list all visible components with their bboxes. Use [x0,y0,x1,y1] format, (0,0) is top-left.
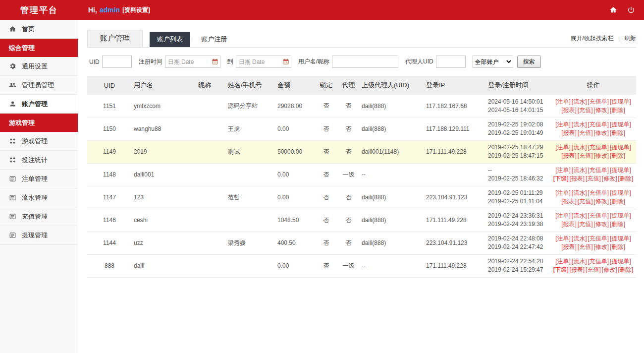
op-link[interactable]: [删除] [610,152,625,159]
sidebar-item-7[interactable]: 投注统计 [0,151,78,170]
op-link[interactable]: [报表] [569,175,585,182]
layout: 首页综合管理通用设置管理员管理账户管理游戏管理游戏管理投注统计注单管理流水管理充… [0,20,644,353]
agent-uid-input[interactable] [436,56,466,68]
toggle-search-link[interactable]: 展开/收起搜索栏 [571,34,614,43]
op-link[interactable]: [修改] [594,129,609,136]
op-link[interactable]: [充值] [578,152,593,159]
cell-username: ceshi [132,209,196,232]
op-link[interactable]: [注单] [555,189,571,196]
op-link[interactable]: [充值] [578,107,593,114]
op-link[interactable]: [提现单] [610,144,631,151]
op-link[interactable]: [删除] [610,221,625,228]
cell-times: 2024-05-16 14:50:012024-05-16 14:01:15 [486,95,550,118]
op-link[interactable]: [报表] [561,243,577,250]
op-link[interactable]: [充值单] [588,212,609,219]
op-link[interactable]: [删除] [610,129,625,136]
power-logout-icon[interactable] [627,6,635,14]
op-link[interactable]: [注单] [555,144,571,151]
op-link[interactable]: [注单] [555,235,571,242]
refresh-link[interactable]: 刷新 [624,34,636,43]
op-link[interactable]: [充值单] [588,189,609,196]
op-link[interactable]: [充值] [578,221,593,228]
op-link[interactable]: [删除] [610,243,625,250]
sidebar-item-6[interactable]: 游戏管理 [0,132,78,151]
sidebar-item-9[interactable]: 流水管理 [0,188,78,207]
op-link[interactable]: [提现单] [610,167,631,174]
op-link[interactable]: [充值单] [588,235,609,242]
sidebar-item-10[interactable]: 充值管理 [0,207,78,226]
calendar-icon[interactable] [282,58,289,65]
op-link[interactable]: [流水] [572,121,587,128]
op-link[interactable]: [修改] [602,266,617,273]
op-link[interactable]: [充值单] [588,258,609,265]
op-link[interactable]: [注单] [555,258,571,265]
calendar-icon[interactable] [212,58,218,65]
home-icon[interactable] [609,6,617,14]
op-link[interactable]: [提现单] [610,258,631,265]
op-link[interactable]: [删除] [610,107,625,114]
op-link[interactable]: [流水] [572,189,587,196]
sidebar-item-4[interactable]: 账户管理 [0,95,78,114]
home-icon [9,25,16,33]
op-link[interactable]: [下级] [553,175,569,182]
op-link[interactable]: [充值] [586,266,601,273]
op-link[interactable]: [充值单] [588,121,609,128]
op-link[interactable]: [流水] [572,235,587,242]
toolbar-separator: | [618,35,620,42]
op-link[interactable]: [充值] [578,243,593,250]
username-label: 用户名/昵称 [298,58,329,66]
op-link[interactable]: [报表] [561,107,577,114]
search-button[interactable]: 搜索 [517,56,541,68]
sidebar-item-11[interactable]: 提现管理 [0,226,78,245]
tab-account-register[interactable]: 账户注册 [194,32,234,47]
uid-input[interactable] [102,56,132,68]
op-link[interactable]: [流水] [572,212,587,219]
op-link[interactable]: [报表] [569,266,585,273]
table-row: 888daili0.00否一级--171.111.49.2282019-02-2… [87,254,636,277]
sidebar-item-0[interactable]: 首页 [0,20,78,39]
op-link[interactable]: [充值单] [588,98,609,105]
op-link[interactable]: [注单] [555,98,571,105]
op-link[interactable]: [提现单] [610,189,631,196]
op-link[interactable]: [流水] [572,98,587,105]
account-type-select[interactable]: 全部账户 [473,56,513,68]
op-link[interactable]: [流水] [572,144,587,151]
op-link[interactable]: [删除] [610,198,625,205]
tab-account-list[interactable]: 账户列表 [150,32,190,47]
op-link[interactable]: [修改] [594,107,609,114]
username-input[interactable] [332,56,398,68]
op-link[interactable]: [充值] [578,198,593,205]
op-link[interactable]: [提现单] [610,235,631,242]
profile-settings-link[interactable]: [资料设置] [122,6,150,14]
op-link[interactable]: [充值单] [588,144,609,151]
op-link[interactable]: [充值] [578,129,593,136]
op-link[interactable]: [修改] [594,152,609,159]
op-link[interactable]: [修改] [594,198,609,205]
op-link[interactable]: [删除] [618,175,634,182]
sidebar-item-2[interactable]: 通用设置 [0,57,78,76]
op-link[interactable]: [注单] [555,121,571,128]
op-link[interactable]: [提现单] [610,121,631,128]
op-link[interactable]: [报表] [561,129,577,136]
op-link[interactable]: [流水] [572,167,587,174]
op-link[interactable]: [提现单] [610,98,631,105]
cell-parent-agent: daili(888) [360,232,424,254]
op-link[interactable]: [报表] [561,198,577,205]
op-link[interactable]: [充值单] [588,167,609,174]
op-link[interactable]: [报表] [561,152,577,159]
op-link[interactable]: [修改] [594,243,609,250]
op-link[interactable]: [修改] [594,221,609,228]
op-link[interactable]: [提现单] [610,212,631,219]
op-link[interactable]: [下级] [553,266,569,273]
op-link[interactable]: [注单] [555,167,571,174]
operations-line: [注单][流水][充值单][提现单] [552,98,634,106]
op-link[interactable]: [报表] [561,221,577,228]
sidebar-item-8[interactable]: 注单管理 [0,170,78,188]
op-link[interactable]: [修改] [602,175,617,182]
op-link[interactable]: [充值] [586,175,601,182]
op-link[interactable]: [流水] [572,258,587,265]
op-link[interactable]: [删除] [618,266,634,273]
cell-times: 2019-02-25 18:47:292019-02-25 18:47:15 [486,140,550,163]
op-link[interactable]: [注单] [555,212,571,219]
sidebar-item-3[interactable]: 管理员管理 [0,76,78,95]
